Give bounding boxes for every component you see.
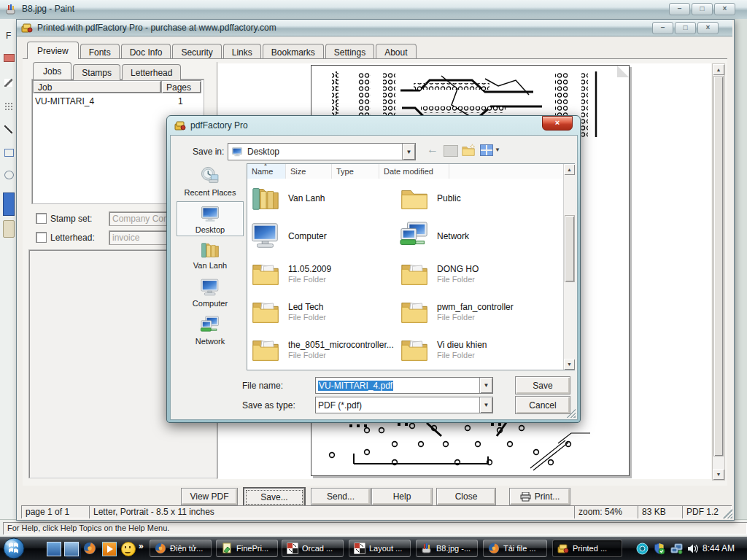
tab-bookmarks[interactable]: Bookmarks [263, 44, 324, 60]
paint-tool-icon[interactable] [4, 171, 14, 179]
tab-security[interactable]: Security [172, 44, 221, 60]
print-button[interactable]: Print... [509, 488, 570, 505]
file-item[interactable]: the_8051_microcontroller... File Folder [250, 334, 396, 369]
firefox-quicklaunch-icon[interactable] [83, 542, 96, 555]
save-button[interactable]: Save [515, 376, 570, 394]
scroll-up-arrow[interactable]: ▲ [564, 164, 575, 175]
paint-maximize-button[interactable]: □ [692, 3, 713, 15]
paint-tool-icon[interactable] [4, 79, 12, 87]
up-folder-icon[interactable] [444, 145, 458, 157]
file-item[interactable]: Led Tech File Folder [250, 296, 396, 331]
save-as-type-dropdown-arrow[interactable]: ▼ [479, 397, 492, 413]
stamp-set-checkbox[interactable] [36, 213, 47, 224]
scroll-thumb[interactable] [713, 76, 724, 456]
tab-fonts[interactable]: Fonts [80, 44, 120, 60]
tray-messenger-icon[interactable] [636, 542, 649, 555]
paint-tool-icon[interactable] [3, 192, 15, 216]
tray-security-shield-icon[interactable] [653, 542, 665, 555]
file-item[interactable]: 11.05.2009 File Folder [250, 258, 396, 293]
place-recent-places[interactable]: Recent Places [177, 165, 244, 200]
messenger-smiley-icon[interactable] [121, 542, 136, 556]
help-button[interactable]: Help [371, 488, 433, 505]
paint-close-button[interactable]: × [714, 3, 735, 15]
pdffactory-close-button[interactable]: × [697, 22, 719, 34]
close-button[interactable]: Close [436, 488, 496, 505]
save-dots-button[interactable]: Save... [243, 487, 306, 508]
back-icon[interactable]: ← [425, 143, 441, 158]
scroll-down-arrow[interactable]: ▼ [564, 359, 575, 370]
pdffactory-maximize-button[interactable]: □ [675, 22, 696, 34]
tab-links[interactable]: Links [223, 44, 261, 60]
save-as-type-combo[interactable]: PDF (*.pdf) ▼ [315, 397, 493, 413]
cancel-button[interactable]: Cancel [515, 396, 570, 414]
job-column-header[interactable]: Job [33, 80, 161, 93]
place-computer[interactable]: Computer [177, 277, 244, 312]
taskbar-button-dien-tu[interactable]: Điện tử... [150, 540, 212, 557]
taskbar-button-orcad[interactable]: Orcad ... [282, 540, 344, 557]
paint-minimize-button[interactable]: – [669, 3, 690, 15]
scroll-up-arrow[interactable]: ▲ [713, 64, 724, 75]
window-resize-grip[interactable] [723, 509, 732, 518]
pdffactory-minimize-button[interactable]: – [652, 22, 673, 34]
paint-menu-fragment[interactable]: F [6, 31, 11, 41]
paint-tool-icon[interactable] [4, 149, 14, 157]
views-menu-icon[interactable]: ▼ [480, 144, 502, 156]
tray-clock[interactable]: 8:44 AM [703, 543, 745, 553]
taskbar-button-fineprint[interactable]: FinePri... [216, 540, 278, 557]
subtab-jobs[interactable]: Jobs [33, 62, 71, 79]
paint-tool-icon[interactable] [4, 125, 12, 133]
column-header-size[interactable]: Size [286, 164, 332, 179]
taskbar-button-layout[interactable]: Layout ... [349, 540, 411, 557]
file-item[interactable]: DONG HO File Folder [399, 258, 545, 293]
taskbar-button-printed[interactable]: Printed ... [552, 540, 622, 557]
job-row[interactable]: VU-MITTARI_4 1 [35, 96, 201, 107]
scroll-thumb[interactable] [565, 215, 575, 282]
tray-network-icon[interactable] [670, 542, 683, 555]
send-button[interactable]: Send... [311, 488, 371, 505]
preview-scrollbar[interactable]: ▲ ▼ [712, 63, 725, 481]
file-item[interactable]: Computer [250, 220, 396, 255]
scroll-down-arrow[interactable]: ▼ [713, 469, 724, 480]
taskbar-button-b8jpg[interactable]: B8.jpg -... [416, 540, 478, 557]
pages-column-header[interactable]: Pages [161, 80, 201, 93]
new-folder-icon[interactable] [461, 143, 476, 158]
paint-tool-icon[interactable] [4, 102, 12, 110]
start-button[interactable] [3, 537, 25, 559]
place-desktop[interactable]: Desktop [177, 201, 244, 236]
taskbar-button-tai-file[interactable]: Tải file ... [483, 540, 547, 557]
paint-tool-icon[interactable] [4, 54, 15, 62]
paint-tool-icon[interactable] [3, 220, 15, 238]
dialog-close-button[interactable]: × [542, 116, 573, 131]
file-item[interactable]: Vi dieu khien File Folder [399, 334, 545, 369]
switch-windows-icon[interactable] [64, 542, 79, 556]
place-network[interactable]: Network [177, 315, 244, 350]
column-header-date-modified[interactable]: Date modified [379, 164, 449, 179]
file-item[interactable]: Van Lanh [250, 182, 396, 217]
tab-doc-info[interactable]: Doc Info [121, 44, 171, 60]
save-in-dropdown-arrow[interactable]: ▼ [402, 144, 415, 160]
subtab-letterhead[interactable]: Letterhead [122, 64, 181, 80]
tab-preview[interactable]: Preview [27, 42, 79, 59]
paint-titlebar[interactable]: B8.jpg - Paint – □ × [0, 0, 747, 20]
dialog-resize-grip[interactable] [566, 408, 576, 418]
save-in-combo[interactable]: Desktop ▼ [228, 143, 416, 160]
subtab-stamps[interactable]: Stamps [73, 64, 120, 80]
tab-settings[interactable]: Settings [325, 44, 374, 60]
place-van-lanh[interactable]: Van Lanh [177, 239, 244, 274]
file-item[interactable]: Network [399, 220, 545, 255]
pdffactory-titlebar[interactable]: Printed with pdfFactory Pro - purchase a… [17, 20, 732, 36]
file-name-combo[interactable]: VU-MITTARI_4.pdf ▼ [315, 377, 493, 394]
quicklaunch-overflow-chevron[interactable]: » [139, 541, 144, 551]
show-desktop-icon[interactable] [47, 542, 61, 556]
media-player-icon[interactable] [102, 542, 117, 556]
file-list-scrollbar[interactable]: ▲ ▼ [563, 164, 575, 370]
view-pdf-button[interactable]: View PDF [181, 488, 238, 505]
tray-volume-icon[interactable] [686, 542, 699, 555]
letterhead-checkbox[interactable] [36, 232, 47, 243]
file-item[interactable]: Public [399, 182, 545, 217]
file-name-dropdown-arrow[interactable]: ▼ [479, 378, 492, 393]
column-header-type[interactable]: Type [332, 164, 379, 179]
file-item[interactable]: pwm_fan_controller File Folder [399, 296, 545, 331]
column-header-name[interactable]: Name ▲ [247, 164, 286, 179]
tab-about[interactable]: About [376, 44, 416, 60]
